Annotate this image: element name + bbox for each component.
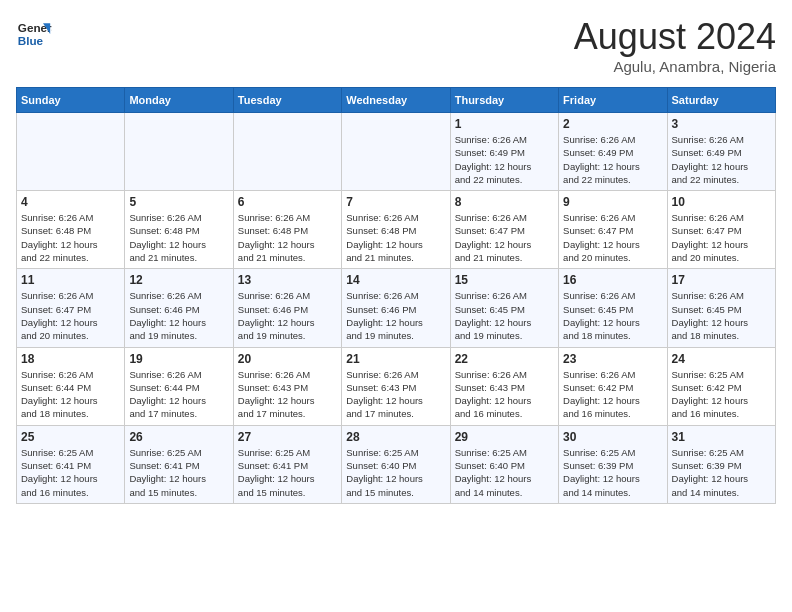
day-cell: 5Sunrise: 6:26 AM Sunset: 6:48 PM Daylig…	[125, 191, 233, 269]
day-info: Sunrise: 6:26 AM Sunset: 6:47 PM Dayligh…	[455, 211, 554, 264]
day-info: Sunrise: 6:26 AM Sunset: 6:48 PM Dayligh…	[346, 211, 445, 264]
day-cell: 13Sunrise: 6:26 AM Sunset: 6:46 PM Dayli…	[233, 269, 341, 347]
day-number: 22	[455, 352, 554, 366]
day-info: Sunrise: 6:26 AM Sunset: 6:47 PM Dayligh…	[672, 211, 771, 264]
day-header-saturday: Saturday	[667, 88, 775, 113]
day-info: Sunrise: 6:26 AM Sunset: 6:43 PM Dayligh…	[455, 368, 554, 421]
day-info: Sunrise: 6:26 AM Sunset: 6:47 PM Dayligh…	[21, 289, 120, 342]
day-number: 31	[672, 430, 771, 444]
week-row-3: 11Sunrise: 6:26 AM Sunset: 6:47 PM Dayli…	[17, 269, 776, 347]
calendar-table: SundayMondayTuesdayWednesdayThursdayFrid…	[16, 87, 776, 504]
day-cell	[233, 113, 341, 191]
day-number: 30	[563, 430, 662, 444]
day-number: 25	[21, 430, 120, 444]
day-header-thursday: Thursday	[450, 88, 558, 113]
logo-icon: General Blue	[16, 16, 52, 52]
day-header-sunday: Sunday	[17, 88, 125, 113]
day-info: Sunrise: 6:26 AM Sunset: 6:49 PM Dayligh…	[672, 133, 771, 186]
day-header-wednesday: Wednesday	[342, 88, 450, 113]
day-header-tuesday: Tuesday	[233, 88, 341, 113]
day-info: Sunrise: 6:26 AM Sunset: 6:45 PM Dayligh…	[455, 289, 554, 342]
day-number: 26	[129, 430, 228, 444]
day-cell: 24Sunrise: 6:25 AM Sunset: 6:42 PM Dayli…	[667, 347, 775, 425]
day-cell: 20Sunrise: 6:26 AM Sunset: 6:43 PM Dayli…	[233, 347, 341, 425]
day-cell: 31Sunrise: 6:25 AM Sunset: 6:39 PM Dayli…	[667, 425, 775, 503]
day-info: Sunrise: 6:26 AM Sunset: 6:49 PM Dayligh…	[455, 133, 554, 186]
day-info: Sunrise: 6:26 AM Sunset: 6:45 PM Dayligh…	[672, 289, 771, 342]
day-info: Sunrise: 6:26 AM Sunset: 6:44 PM Dayligh…	[21, 368, 120, 421]
day-cell	[17, 113, 125, 191]
day-cell: 11Sunrise: 6:26 AM Sunset: 6:47 PM Dayli…	[17, 269, 125, 347]
day-number: 28	[346, 430, 445, 444]
day-cell: 19Sunrise: 6:26 AM Sunset: 6:44 PM Dayli…	[125, 347, 233, 425]
day-number: 17	[672, 273, 771, 287]
day-number: 5	[129, 195, 228, 209]
day-info: Sunrise: 6:25 AM Sunset: 6:40 PM Dayligh…	[455, 446, 554, 499]
day-cell: 2Sunrise: 6:26 AM Sunset: 6:49 PM Daylig…	[559, 113, 667, 191]
day-cell	[342, 113, 450, 191]
day-header-friday: Friday	[559, 88, 667, 113]
day-info: Sunrise: 6:26 AM Sunset: 6:48 PM Dayligh…	[129, 211, 228, 264]
title-block: August 2024 Agulu, Anambra, Nigeria	[574, 16, 776, 75]
day-cell: 10Sunrise: 6:26 AM Sunset: 6:47 PM Dayli…	[667, 191, 775, 269]
day-number: 12	[129, 273, 228, 287]
calendar-subtitle: Agulu, Anambra, Nigeria	[574, 58, 776, 75]
day-info: Sunrise: 6:25 AM Sunset: 6:41 PM Dayligh…	[21, 446, 120, 499]
day-info: Sunrise: 6:26 AM Sunset: 6:46 PM Dayligh…	[238, 289, 337, 342]
days-header-row: SundayMondayTuesdayWednesdayThursdayFrid…	[17, 88, 776, 113]
day-cell: 30Sunrise: 6:25 AM Sunset: 6:39 PM Dayli…	[559, 425, 667, 503]
day-info: Sunrise: 6:26 AM Sunset: 6:45 PM Dayligh…	[563, 289, 662, 342]
day-number: 10	[672, 195, 771, 209]
day-info: Sunrise: 6:26 AM Sunset: 6:43 PM Dayligh…	[346, 368, 445, 421]
day-cell: 28Sunrise: 6:25 AM Sunset: 6:40 PM Dayli…	[342, 425, 450, 503]
week-row-5: 25Sunrise: 6:25 AM Sunset: 6:41 PM Dayli…	[17, 425, 776, 503]
day-number: 9	[563, 195, 662, 209]
day-cell: 21Sunrise: 6:26 AM Sunset: 6:43 PM Dayli…	[342, 347, 450, 425]
day-number: 13	[238, 273, 337, 287]
day-cell: 4Sunrise: 6:26 AM Sunset: 6:48 PM Daylig…	[17, 191, 125, 269]
logo: General Blue	[16, 16, 52, 52]
day-number: 21	[346, 352, 445, 366]
day-number: 24	[672, 352, 771, 366]
day-number: 23	[563, 352, 662, 366]
week-row-4: 18Sunrise: 6:26 AM Sunset: 6:44 PM Dayli…	[17, 347, 776, 425]
day-number: 3	[672, 117, 771, 131]
day-info: Sunrise: 6:26 AM Sunset: 6:44 PM Dayligh…	[129, 368, 228, 421]
day-cell: 18Sunrise: 6:26 AM Sunset: 6:44 PM Dayli…	[17, 347, 125, 425]
day-cell: 14Sunrise: 6:26 AM Sunset: 6:46 PM Dayli…	[342, 269, 450, 347]
week-row-2: 4Sunrise: 6:26 AM Sunset: 6:48 PM Daylig…	[17, 191, 776, 269]
day-info: Sunrise: 6:25 AM Sunset: 6:41 PM Dayligh…	[129, 446, 228, 499]
day-cell: 27Sunrise: 6:25 AM Sunset: 6:41 PM Dayli…	[233, 425, 341, 503]
day-number: 6	[238, 195, 337, 209]
day-number: 8	[455, 195, 554, 209]
day-info: Sunrise: 6:26 AM Sunset: 6:47 PM Dayligh…	[563, 211, 662, 264]
day-info: Sunrise: 6:25 AM Sunset: 6:42 PM Dayligh…	[672, 368, 771, 421]
day-info: Sunrise: 6:26 AM Sunset: 6:46 PM Dayligh…	[346, 289, 445, 342]
day-number: 2	[563, 117, 662, 131]
day-number: 19	[129, 352, 228, 366]
day-info: Sunrise: 6:25 AM Sunset: 6:39 PM Dayligh…	[672, 446, 771, 499]
day-info: Sunrise: 6:26 AM Sunset: 6:46 PM Dayligh…	[129, 289, 228, 342]
day-number: 14	[346, 273, 445, 287]
day-info: Sunrise: 6:25 AM Sunset: 6:40 PM Dayligh…	[346, 446, 445, 499]
day-number: 20	[238, 352, 337, 366]
day-info: Sunrise: 6:25 AM Sunset: 6:39 PM Dayligh…	[563, 446, 662, 499]
day-number: 11	[21, 273, 120, 287]
day-cell: 29Sunrise: 6:25 AM Sunset: 6:40 PM Dayli…	[450, 425, 558, 503]
day-cell	[125, 113, 233, 191]
day-number: 18	[21, 352, 120, 366]
day-info: Sunrise: 6:25 AM Sunset: 6:41 PM Dayligh…	[238, 446, 337, 499]
day-cell: 6Sunrise: 6:26 AM Sunset: 6:48 PM Daylig…	[233, 191, 341, 269]
svg-text:Blue: Blue	[18, 34, 44, 47]
day-cell: 23Sunrise: 6:26 AM Sunset: 6:42 PM Dayli…	[559, 347, 667, 425]
page-header: General Blue August 2024 Agulu, Anambra,…	[16, 16, 776, 75]
day-number: 29	[455, 430, 554, 444]
day-cell: 16Sunrise: 6:26 AM Sunset: 6:45 PM Dayli…	[559, 269, 667, 347]
day-number: 1	[455, 117, 554, 131]
day-header-monday: Monday	[125, 88, 233, 113]
day-info: Sunrise: 6:26 AM Sunset: 6:49 PM Dayligh…	[563, 133, 662, 186]
day-cell: 15Sunrise: 6:26 AM Sunset: 6:45 PM Dayli…	[450, 269, 558, 347]
day-cell: 25Sunrise: 6:25 AM Sunset: 6:41 PM Dayli…	[17, 425, 125, 503]
day-number: 7	[346, 195, 445, 209]
day-number: 16	[563, 273, 662, 287]
